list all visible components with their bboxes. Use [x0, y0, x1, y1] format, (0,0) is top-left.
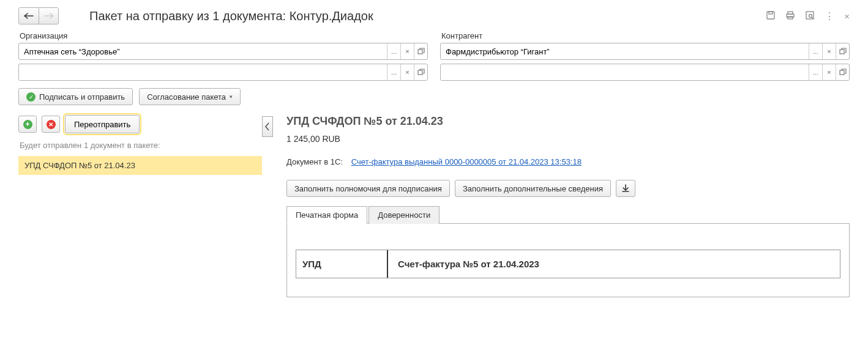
org-input[interactable] — [19, 43, 387, 59]
approval-label: Согласование пакета — [147, 92, 226, 102]
svg-rect-4 — [788, 17, 793, 19]
forward-button[interactable] — [39, 8, 58, 24]
svg-rect-11 — [840, 70, 844, 75]
more-icon[interactable]: ⋮ — [825, 10, 834, 22]
add-button[interactable]: + — [18, 116, 37, 133]
nav-buttons — [18, 7, 59, 24]
counterparty-clear-button[interactable]: × — [822, 43, 836, 59]
check-icon: ✓ — [26, 92, 36, 102]
sign-send-button[interactable]: ✓ Подписать и отправить — [18, 88, 133, 105]
svg-point-6 — [809, 14, 812, 17]
org-input-wrap: ... × — [18, 43, 428, 60]
svg-rect-10 — [840, 50, 844, 54]
org-label: Организация — [18, 29, 428, 43]
approval-button[interactable]: Согласование пакета ▾ — [139, 88, 241, 105]
save-icon[interactable] — [766, 10, 776, 22]
tab-print-form[interactable]: Печатная форма — [286, 206, 367, 224]
document-item[interactable]: УПД СЧФДОП №5 от 21.04.23 — [18, 156, 262, 175]
org-extra-select-button[interactable]: ... — [387, 64, 400, 80]
page-title: Пакет на отправку из 1 документа: Контур… — [89, 9, 766, 23]
counterparty-extra-clear-button[interactable]: × — [822, 64, 836, 80]
download-button[interactable] — [616, 180, 635, 197]
left-panel: + ✕ Переотправить Будет отправлен 1 доку… — [18, 115, 262, 306]
org-extra-open-button[interactable] — [414, 64, 427, 80]
svg-rect-0 — [767, 12, 774, 19]
counterparty-open-button[interactable] — [836, 43, 849, 59]
print-upd-label: УПД — [296, 250, 388, 278]
counterparty-select-button[interactable]: ... — [809, 43, 822, 59]
back-button[interactable] — [19, 8, 39, 24]
document-amount: 1 245,00 RUB — [286, 134, 850, 144]
document-link-label: Документ в 1С: — [286, 157, 343, 166]
print-preview: УПД Счет-фактура №5 от 21.04.2023 — [286, 224, 850, 297]
print-icon[interactable] — [785, 10, 795, 22]
counterparty-input[interactable] — [441, 43, 809, 59]
org-extra-input[interactable] — [19, 64, 387, 80]
org-extra-input-wrap: ... × — [18, 64, 428, 81]
counterparty-extra-input-wrap: ... × — [440, 64, 850, 81]
org-clear-button[interactable]: × — [400, 43, 414, 59]
x-icon: ✕ — [47, 120, 56, 129]
document-link[interactable]: Счет-фактура выданный 0000-0000005 от 21… — [351, 157, 582, 166]
download-icon — [621, 184, 630, 193]
counterparty-extra-input[interactable] — [441, 64, 809, 80]
org-open-button[interactable] — [414, 43, 427, 59]
tab-powers[interactable]: Доверенности — [369, 206, 440, 224]
svg-rect-9 — [418, 70, 422, 75]
counterparty-label: Контрагент — [440, 29, 850, 43]
preview-icon[interactable] — [805, 10, 815, 22]
svg-line-7 — [812, 17, 813, 18]
sign-send-label: Подписать и отправить — [39, 92, 125, 102]
plus-icon: + — [23, 120, 32, 129]
counterparty-extra-select-button[interactable]: ... — [809, 64, 822, 80]
collapse-left-button[interactable] — [262, 116, 273, 137]
resend-button[interactable]: Переотправить — [65, 115, 140, 133]
dropdown-icon: ▾ — [230, 94, 233, 100]
close-icon[interactable]: × — [844, 11, 850, 21]
org-extra-clear-button[interactable]: × — [400, 64, 414, 80]
window-tools: ⋮ × — [766, 10, 850, 22]
print-invoice-label: Счет-фактура №5 от 21.04.2023 — [388, 250, 549, 278]
document-title: УПД СЧФДОП №5 от 21.04.23 — [286, 115, 850, 128]
svg-rect-8 — [418, 50, 422, 54]
svg-rect-1 — [769, 12, 773, 14]
counterparty-input-wrap: ... × — [440, 43, 850, 60]
tabs: Печатная форма Доверенности — [286, 206, 850, 224]
org-select-button[interactable]: ... — [387, 43, 400, 59]
fill-authority-button[interactable]: Заполнить полномочия для подписания — [286, 180, 450, 197]
delete-button[interactable]: ✕ — [42, 116, 60, 133]
package-hint: Будет отправлен 1 документ в пакете: — [20, 141, 262, 150]
counterparty-extra-open-button[interactable] — [836, 64, 849, 80]
right-panel: УПД СЧФДОП №5 от 21.04.23 1 245,00 RUB Д… — [262, 115, 850, 306]
fill-extra-button[interactable]: Заполнить дополнительные сведения — [455, 180, 611, 197]
